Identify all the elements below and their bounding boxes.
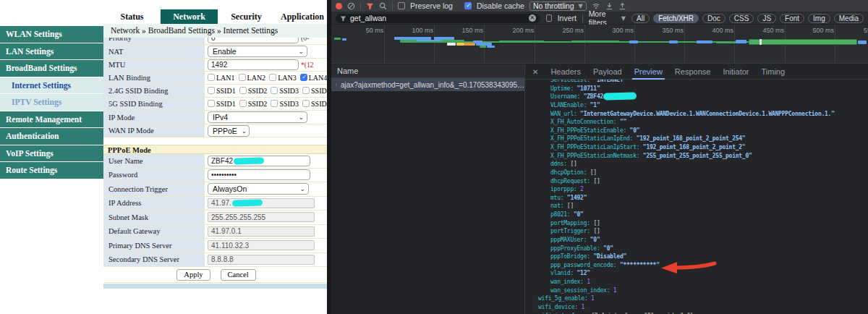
network-conditions-icon[interactable] [592,2,600,10]
connection-trigger-select[interactable]: AlwaysOn⌄ [208,183,309,195]
name-column-header[interactable]: Name [331,64,524,78]
request-row[interactable]: ajax?ajaxmethod=get_allwan_info&_=0.1705… [331,78,524,91]
field-label: Secondary DNS Server [103,253,205,268]
sidebar-item-internet-settings[interactable]: Internet Settings [0,77,103,95]
disable-cache-label[interactable]: Disable cache [477,1,524,10]
detail-tab-preview[interactable]: Preview [634,64,663,80]
form-row-user-name: User NameZBF42 [103,154,329,169]
unchecked-checkbox-icon[interactable] [208,100,215,107]
unchecked-checkbox-icon[interactable] [208,87,215,94]
request-type-chips: AllFetch/XHRDocCSSJSFontImgMedia [631,14,864,23]
detail-tab-headers[interactable]: Headers [550,64,581,80]
filter-chip-img[interactable]: Img [808,14,830,23]
filter-chip-font[interactable]: Font [780,14,804,23]
sidebar-item-iptv-settings[interactable]: IPTV Settings [0,94,103,111]
checkbox-ssid4[interactable]: SSID4 [302,100,329,108]
field-label: Subnet Mask [103,211,205,225]
field-label: User Name [103,154,205,169]
search-icon[interactable] [379,2,387,10]
sidebar-item-authentication[interactable]: Authentication [0,128,103,145]
checkbox-lan4[interactable]: LAN4 [300,74,328,82]
chevron-down-icon: ⌄ [298,114,304,121]
record-icon[interactable] [336,3,342,9]
unchecked-checkbox-icon[interactable] [302,100,310,107]
preserve-log-label[interactable]: Preserve log [410,1,453,10]
field-value: LAN1LAN2LAN3LAN4 [205,72,329,85]
filter-chip-doc[interactable]: Doc [702,14,726,23]
timeline-tick-label: 450 ms [763,27,785,34]
form-row-wan-ip-mode: WAN IP ModePPPoE⌄ [103,124,329,137]
sidebar-item-wlan-settings[interactable]: WLAN Settings [0,26,103,43]
disable-cache-checkbox[interactable] [464,2,472,9]
checkbox-lan2[interactable]: LAN2 [239,74,266,82]
checkbox-ssid2[interactable]: SSID2 [239,87,268,95]
preserve-log-checkbox[interactable] [398,2,405,9]
close-icon[interactable]: ✕ [532,68,538,76]
wan-ip-mode-select[interactable]: PPPoE⌄ [208,125,250,137]
unchecked-checkbox-icon[interactable] [269,74,276,81]
cancel-button[interactable]: Cancel [221,269,256,281]
filter-chip-css[interactable]: CSS [729,14,754,23]
sidebar-item-route-settings[interactable]: Route Settings [0,162,103,179]
filter-chip-all[interactable]: All [631,14,650,23]
detail-tab-timing[interactable]: Timing [761,64,785,80]
unchecked-checkbox-icon[interactable] [271,100,278,107]
sidebar-item-lan-settings[interactable]: LAN Settings [0,43,103,61]
unchecked-checkbox-icon[interactable] [208,74,215,81]
preview-json-tree[interactable]: ServiceList: "INTERNET"Uptime: "10711"Us… [525,80,868,314]
nat-select[interactable]: Enable⌄ [208,46,307,57]
timeline-tick-label: 50 ms [366,27,384,34]
network-filter-bar: get_allwan ✕ Invert More filters ▼ AllFe… [331,12,868,25]
checkbox-lan3[interactable]: LAN3 [269,74,297,82]
invert-checkbox[interactable] [546,14,552,22]
filter-chip-media[interactable]: Media [834,14,864,23]
checkbox-lan1[interactable]: LAN1 [208,74,235,82]
tab-security[interactable]: Security [218,9,275,24]
checkbox-ssid4[interactable]: SSID4 [302,87,329,95]
chevron-down-icon: ⌄ [242,127,247,135]
clear-filter-icon[interactable]: ✕ [529,14,536,22]
unchecked-checkbox-icon[interactable] [239,74,246,81]
unchecked-checkbox-icon[interactable] [302,87,310,94]
throttling-select[interactable]: No throttling ▼ [529,1,587,11]
waterfall-bar [858,41,867,44]
filter-chip-js[interactable]: JS [757,14,776,23]
unchecked-checkbox-icon[interactable] [239,87,247,94]
invert-label[interactable]: Invert [558,14,576,22]
priority-field[interactable]: 0 [208,38,299,43]
filter-input[interactable]: get_allwan ✕ [336,14,540,23]
unchecked-checkbox-icon[interactable] [239,100,247,107]
detail-tab-response[interactable]: Response [675,64,711,80]
timeline-tick-label: 250 ms [563,27,584,34]
detail-tab-payload[interactable]: Payload [593,64,622,80]
checkbox-ssid2[interactable]: SSID2 [239,100,268,108]
filter-icon[interactable] [366,2,374,10]
ip-mode-select[interactable]: IPv4⌄ [208,111,307,123]
tab-status[interactable]: Status [103,9,161,24]
detail-tab-initiator[interactable]: Initiator [723,64,749,80]
checkbox-ssid3[interactable]: SSID3 [271,100,299,108]
timeline-gridline [634,25,635,64]
apply-button[interactable]: Apply [176,269,210,281]
sidebar-item-remote-management[interactable]: Remote Management [0,111,103,129]
user-name-field[interactable]: ZBF42 [208,156,310,166]
clear-network-log-icon[interactable] [347,2,355,10]
import-har-icon[interactable] [605,2,613,10]
field-value: IPv4⌄ [205,111,329,124]
form-row-primary-dns-server: Primary DNS Server41.110.32.3 [103,239,329,253]
password-field[interactable]: •••••••••• [208,169,310,180]
waterfall-bar [669,41,678,43]
mtu-field[interactable]: 1492 [208,59,299,70]
tab-application[interactable]: Application [275,9,330,24]
export-har-icon[interactable] [618,2,626,10]
unchecked-checkbox-icon[interactable] [271,87,278,94]
checked-checkbox-icon[interactable] [300,74,307,81]
tab-network[interactable]: Network [161,9,218,24]
sidebar-item-voip-settings[interactable]: VoIP Settings [0,145,103,163]
checkbox-ssid1[interactable]: SSID1 [208,87,236,95]
network-overview-timeline[interactable]: 50 ms100 ms150 ms200 ms250 ms300 ms350 m… [331,25,868,64]
filter-chip-fetchxhr[interactable]: Fetch/XHR [653,14,699,23]
checkbox-ssid1[interactable]: SSID1 [208,100,236,108]
sidebar-item-broadband-settings[interactable]: BroadBand Settings [0,60,103,77]
checkbox-ssid3[interactable]: SSID3 [271,87,299,95]
